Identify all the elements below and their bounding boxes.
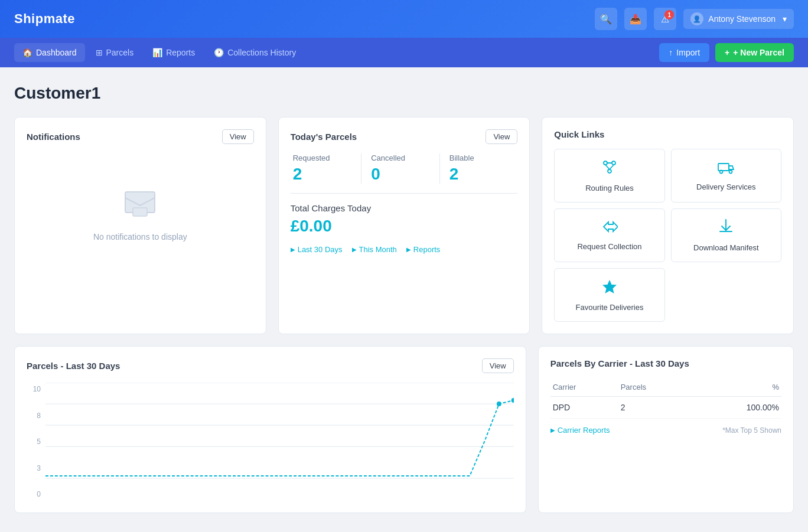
parcels-icon: ⊞ (96, 48, 103, 57)
total-charges-label: Total Charges Today (291, 203, 518, 213)
empty-inbox-icon (122, 189, 158, 225)
home-icon: 🏠 (22, 48, 32, 57)
manifest-label: Download Manifest (693, 243, 759, 252)
quick-links-card: Quick Links Routing Rules (542, 117, 794, 334)
import-button[interactable]: ↑ Import (659, 43, 709, 62)
total-charges-value: £0.00 (291, 217, 518, 236)
svg-point-14 (497, 402, 501, 406)
svg-point-4 (608, 169, 611, 173)
notifications-title: Notifications (27, 132, 80, 142)
y-label-5: 5 (27, 438, 41, 446)
manifest-icon (719, 218, 733, 239)
collection-icon (601, 220, 618, 237)
carrier-card: Parcels By Carrier - Last 30 Days Carrie… (538, 346, 794, 513)
bottom-grid: Parcels - Last 30 Days View 10 8 5 3 0 (14, 346, 794, 513)
y-label-8: 8 (27, 412, 41, 420)
import-icon: ↑ (669, 48, 673, 57)
chevron-down-icon: ▾ (783, 14, 787, 24)
svg-point-3 (612, 161, 615, 165)
todays-parcels-view-button[interactable]: View (486, 129, 517, 144)
nav-dashboard-label: Dashboard (36, 48, 77, 57)
quick-link-delivery[interactable]: Delivery Services (671, 149, 781, 203)
nav-items: 🏠 Dashboard ⊞ Parcels 📊 Reports 🕐 Collec… (14, 43, 304, 62)
col-parcels: Parcels (618, 378, 692, 397)
col-percent: % (691, 378, 781, 397)
carrier-table-head: Carrier Parcels % (550, 378, 781, 397)
chart-title: Parcels - Last 30 Days (27, 361, 120, 371)
y-label-0: 0 (27, 490, 41, 498)
svg-rect-5 (718, 164, 729, 171)
chart-view-button[interactable]: View (482, 358, 514, 373)
chart-area: 10 8 5 3 0 (27, 383, 514, 501)
svg-point-7 (729, 171, 732, 174)
quick-link-routing[interactable]: Routing Rules (554, 149, 664, 203)
col-carrier: Carrier (550, 378, 618, 397)
billable-label: Billable (449, 154, 509, 162)
carrier-footer: Carrier Reports *Max Top 5 Shown (550, 426, 781, 435)
nav-item-collections[interactable]: 🕐 Collections History (206, 43, 304, 62)
stat-requested: Requested 2 (291, 154, 361, 184)
header-actions: 🔍 📥 ⚠ 1 👤 Antony Stevenson ▾ (595, 8, 794, 30)
user-name: Antony Stevenson (708, 14, 776, 24)
nav-item-parcels[interactable]: ⊞ Parcels (87, 43, 142, 62)
chart-header: Parcels - Last 30 Days View (27, 358, 514, 373)
carrier-percent: 100.00% (691, 397, 781, 419)
chart-inner (45, 383, 514, 489)
dashboard-grid: Notifications View No notifications to d… (14, 117, 794, 334)
chart-svg (45, 383, 514, 489)
carrier-table: Carrier Parcels % DPD 2 100.00% (550, 378, 781, 419)
reports-link[interactable]: Reports (406, 245, 441, 254)
quick-link-collection[interactable]: Request Collection (554, 208, 664, 262)
carrier-card-header: Parcels By Carrier - Last 30 Days (550, 358, 781, 368)
stat-cancelled: Cancelled 0 (361, 154, 439, 184)
star-icon (601, 278, 618, 298)
carrier-card-title: Parcels By Carrier - Last 30 Days (550, 358, 689, 368)
routing-label: Routing Rules (585, 184, 634, 192)
carrier-name: DPD (550, 397, 618, 419)
parcels-stats-row: Requested 2 Cancelled 0 Billable 2 (291, 154, 518, 194)
clock-icon: 🕐 (214, 48, 224, 57)
notifications-card: Notifications View No notifications to d… (14, 117, 266, 334)
this-month-link[interactable]: This Month (352, 245, 397, 254)
user-menu-button[interactable]: 👤 Antony Stevenson ▾ (683, 9, 794, 29)
main-nav: 🏠 Dashboard ⊞ Parcels 📊 Reports 🕐 Collec… (0, 38, 808, 67)
main-content: Customer1 Notifications View No notifica… (0, 67, 808, 530)
y-axis: 10 8 5 3 0 (27, 383, 41, 501)
inbox-icon: 📥 (630, 14, 641, 25)
plus-icon: + (725, 48, 729, 57)
alert-badge: 1 (664, 10, 674, 19)
reports-icon: 📊 (152, 48, 162, 57)
requested-value: 2 (293, 165, 352, 184)
search-icon: 🔍 (600, 14, 612, 25)
nav-actions: ↑ Import + + New Parcel (659, 43, 794, 62)
page-title: Customer1 (14, 84, 794, 103)
svg-point-15 (511, 398, 514, 403)
favourite-label: Favourite Deliveries (576, 303, 644, 312)
todays-parcels-header: Today's Parcels View (291, 129, 518, 144)
nav-parcels-label: Parcels (106, 48, 134, 57)
notifications-card-header: Notifications View (27, 129, 254, 144)
todays-parcels-title: Today's Parcels (291, 132, 357, 142)
notifications-view-button[interactable]: View (222, 129, 254, 144)
search-button[interactable]: 🔍 (595, 8, 617, 30)
quick-link-favourite[interactable]: Favourite Deliveries (554, 268, 664, 322)
routing-icon (601, 159, 618, 179)
nav-item-reports[interactable]: 📊 Reports (144, 43, 203, 62)
new-parcel-label: + New Parcel (733, 48, 784, 57)
nav-collections-label: Collections History (227, 48, 296, 57)
nav-item-dashboard[interactable]: 🏠 Dashboard (14, 43, 85, 62)
parcels-chart-card: Parcels - Last 30 Days View 10 8 5 3 0 (14, 346, 526, 513)
alert-button[interactable]: ⚠ 1 (654, 8, 676, 30)
y-label-10: 10 (27, 385, 41, 393)
carrier-reports-link[interactable]: Carrier Reports (550, 426, 610, 435)
carrier-parcels: 2 (618, 397, 692, 419)
delivery-icon (718, 160, 734, 178)
last-30-days-link[interactable]: Last 30 Days (291, 245, 343, 254)
billable-value: 2 (449, 165, 509, 184)
user-avatar: 👤 (690, 12, 703, 25)
quick-link-manifest[interactable]: Download Manifest (671, 208, 781, 262)
header: Shipmate 🔍 📥 ⚠ 1 👤 Antony Stevenson ▾ (0, 0, 808, 38)
nav-reports-label: Reports (166, 48, 195, 57)
new-parcel-button[interactable]: + + New Parcel (715, 43, 794, 62)
inbox-button[interactable]: 📥 (624, 8, 647, 30)
